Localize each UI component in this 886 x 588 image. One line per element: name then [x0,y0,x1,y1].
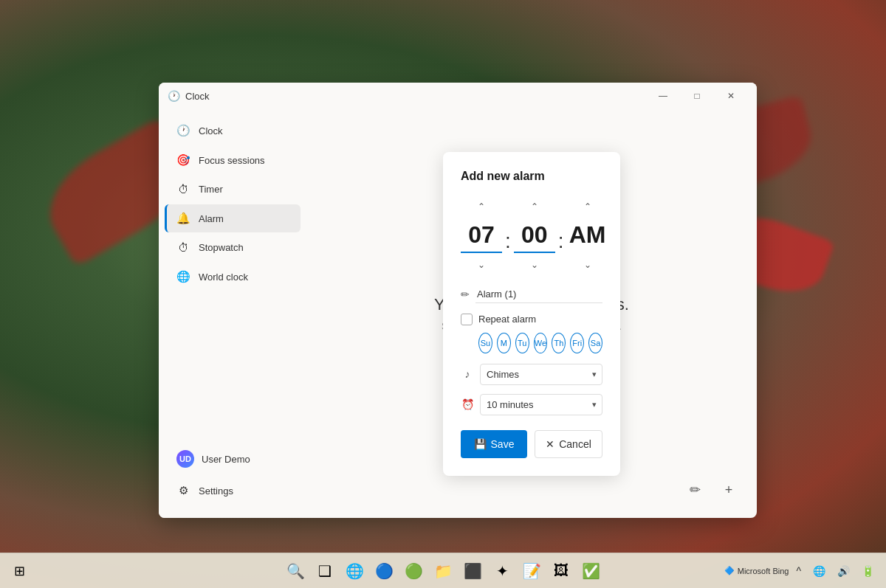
cancel-label: Cancel [559,438,591,450]
cancel-button[interactable]: ✕ Cancel [535,430,602,458]
minutes-down-button[interactable]: ⌄ [514,256,555,274]
period-input[interactable] [567,218,608,253]
taskbar-explorer[interactable]: 📁 [430,558,456,584]
sidebar-item-stopwatch-label: Stopwatch [199,242,244,253]
tray-chevron[interactable]: ^ [793,562,804,580]
main-content: You don't have any alarms. Select the + … [306,109,757,518]
day-friday[interactable]: Fri [570,333,584,353]
sound-select[interactable]: Chimes Bells Xylophone Wind chimes Alarm [480,364,602,385]
day-tuesday[interactable]: Tu [515,333,529,353]
modal-overlay: Add new alarm ⌃ ⌄ : ⌃ [306,109,757,518]
taskbar: ⊞ 🔍 ❑ 🌐 🔵 🟢 📁 ⬛ ✦ 📝 🖼 ✅ 🔷 Microsoft Bing… [0,553,886,588]
settings-label: Settings [199,485,233,497]
tray-battery[interactable]: 🔋 [859,562,877,580]
day-monday[interactable]: M [497,333,511,353]
user-profile[interactable]: UD User Demo [165,443,301,475]
maximize-button[interactable]: □ [680,84,714,108]
minutes-up-button[interactable]: ⌃ [514,198,555,215]
cancel-icon: ✕ [546,438,554,450]
day-sunday[interactable]: Su [478,333,492,353]
alarm-name-row: ✏ [461,286,602,303]
taskbar-notes[interactable]: 📝 [518,558,545,584]
period-down-button[interactable]: ⌄ [567,256,608,274]
taskbar-taskview[interactable]: ❑ [312,558,338,584]
sidebar-item-timer[interactable]: ⏱ Timer [165,176,301,203]
sidebar-item-stopwatch[interactable]: ⏱ Stopwatch [165,234,301,261]
dialog-title: Add new alarm [461,170,602,183]
title-bar: 🕐 Clock — □ ✕ [159,83,757,109]
taskbar-center: 🔍 ❑ 🌐 🔵 🟢 📁 ⬛ ✦ 📝 🖼 ✅ [282,558,604,584]
repeat-label: Repeat alarm [478,314,536,325]
hours-input[interactable] [461,218,502,253]
sidebar-item-alarm-label: Alarm [199,213,224,224]
sidebar-item-alarm[interactable]: 🔔 Alarm [165,204,301,232]
sidebar-item-clock[interactable]: 🕐 Clock [165,117,301,145]
stopwatch-nav-icon: ⏱ [176,241,190,254]
period-up-button[interactable]: ⌃ [567,198,608,215]
snooze-dropdown-wrapper: 5 minutes 10 minutes 15 minutes 20 minut… [480,394,602,415]
app-icon: 🕐 [168,90,179,102]
time-picker: ⌃ ⌄ : ⌃ ⌄ : [461,198,602,274]
window-body: 🕐 Clock 🎯 Focus sessions ⏱ Timer 🔔 Alarm… [159,109,757,518]
sidebar-item-worldclock[interactable]: 🌐 World clock [165,263,301,291]
hours-up-button[interactable]: ⌃ [461,198,502,215]
add-alarm-dialog: Add new alarm ⌃ ⌄ : ⌃ [443,152,620,476]
time-colon-2: : [555,218,567,253]
taskbar-check[interactable]: ✅ [577,558,604,584]
hours-down-button[interactable]: ⌄ [461,256,502,274]
snooze-select[interactable]: 5 minutes 10 minutes 15 minutes 20 minut… [480,394,602,415]
day-saturday[interactable]: Sa [588,333,602,353]
edit-icon: ✏ [461,288,470,300]
taskbar-search[interactable]: 🔍 [282,558,309,584]
day-buttons: Su M Tu We Th Fri Sa [478,333,602,353]
bing-icon: 🔷 [724,566,735,575]
sidebar-nav: 🕐 Clock 🎯 Focus sessions ⏱ Timer 🔔 Alarm… [159,115,306,435]
sound-row: ♪ Chimes Bells Xylophone Wind chimes Ala… [461,364,602,385]
taskbar-edge[interactable]: 🌐 [341,558,368,584]
sidebar-item-clock-label: Clock [199,125,223,136]
taskbar-terminal[interactable]: ⬛ [459,558,486,584]
sound-dropdown-wrapper: Chimes Bells Xylophone Wind chimes Alarm… [480,364,602,385]
clock-nav-icon: 🕐 [176,124,190,137]
sidebar-item-focus-label: Focus sessions [199,155,265,166]
taskbar-right: 🔷 Microsoft Bing ^ 🌐 🔊 🔋 [724,562,877,580]
user-name: User Demo [202,454,250,465]
taskbar-edge2[interactable]: 🔵 [371,558,397,584]
snooze-icon: ⏰ [461,398,474,410]
windows-start-button[interactable]: ⊞ [6,558,32,584]
save-button[interactable]: 💾 Save [461,430,527,458]
snooze-row: ⏰ 5 minutes 10 minutes 15 minutes 20 min… [461,394,602,415]
focus-nav-icon: 🎯 [176,153,190,167]
sidebar-bottom: UD User Demo ⚙ Settings [159,435,306,512]
sidebar: 🕐 Clock 🎯 Focus sessions ⏱ Timer 🔔 Alarm… [159,109,306,518]
tray-volume[interactable]: 🔊 [834,562,853,580]
time-colon-1: : [502,218,514,253]
day-thursday[interactable]: Th [552,333,566,353]
taskbar-chatgpt[interactable]: ✦ [489,558,515,584]
timer-nav-icon: ⏱ [176,183,190,196]
minutes-input[interactable] [514,218,555,253]
sound-icon: ♪ [461,368,474,380]
system-tray: ^ 🌐 🔊 🔋 [793,562,877,580]
repeat-checkbox[interactable] [461,314,473,325]
sidebar-item-settings[interactable]: ⚙ Settings [165,477,301,505]
taskbar-edge3[interactable]: 🟢 [400,558,427,584]
window-title: Clock [185,91,646,102]
alarm-name-input[interactable] [475,286,602,303]
day-wednesday[interactable]: We [534,333,548,353]
taskbar-photos[interactable]: 🖼 [548,558,574,584]
tray-network[interactable]: 🌐 [810,562,828,580]
save-label: Save [491,438,515,450]
sidebar-item-timer-label: Timer [199,184,223,195]
worldclock-nav-icon: 🌐 [176,270,190,283]
sidebar-item-worldclock-label: World clock [199,271,248,283]
dialog-buttons: 💾 Save ✕ Cancel [461,430,602,458]
clock-window: 🕐 Clock — □ ✕ 🕐 Clock 🎯 Focus sessions ⏱ [159,83,757,518]
save-icon: 💾 [474,438,487,450]
sidebar-item-focus[interactable]: 🎯 Focus sessions [165,146,301,174]
close-button[interactable]: ✕ [714,84,748,108]
minimize-button[interactable]: — [646,84,680,108]
taskbar-left: ⊞ [6,558,32,584]
minutes-column: ⌃ ⌄ [514,198,555,274]
hours-column: ⌃ ⌄ [461,198,502,274]
